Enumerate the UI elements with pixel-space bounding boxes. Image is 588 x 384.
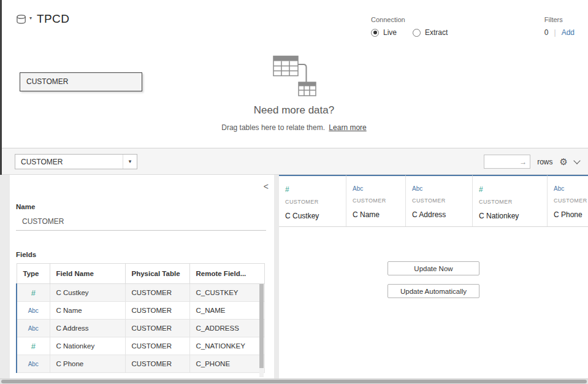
canvas-table-chip[interactable]: CUSTOMER	[20, 72, 142, 91]
filters-section: Filters 0 | Add	[544, 16, 575, 37]
connection-label: Connection	[371, 16, 448, 23]
data-source-title[interactable]: TPCD	[37, 12, 69, 26]
connection-section: Connection Live Extract	[371, 16, 448, 37]
grid-column-header-c-nationkey[interactable]: # CUSTOMER C Nationkey	[473, 175, 548, 226]
rows-limit-box: →	[484, 155, 530, 169]
radio-live-icon	[371, 29, 379, 37]
field-type-icon: Abc	[17, 302, 50, 320]
remote-field-cell: C_NAME	[189, 302, 264, 320]
column-field-name: C Address	[412, 210, 466, 219]
field-type-icon: Abc	[17, 320, 50, 337]
grid-body: Update Now Update Automatically	[279, 227, 588, 298]
radio-extract-label: Extract	[425, 28, 448, 37]
physical-table-cell: CUSTOMER	[125, 320, 189, 337]
radio-extract-icon	[413, 29, 421, 37]
filters-row: 0 | Add	[544, 28, 575, 37]
fields-header-type[interactable]: Type	[17, 264, 50, 284]
empty-state-subtitle-text: Drag tables here to relate them.	[221, 123, 325, 132]
top-bar: ▾ TPCD Connection Live Extract Filters 0…	[0, 0, 588, 43]
main-area: < Name CUSTOMER Fields Type Field Name P…	[0, 175, 588, 378]
caret-down-icon: ▾	[123, 155, 137, 169]
empty-state-title: Need more data?	[254, 104, 334, 117]
name-label: Name	[16, 203, 35, 210]
field-name-cell: C Address	[50, 320, 125, 337]
scrollbar-thumb[interactable]	[259, 284, 264, 368]
scrollbar-thumb[interactable]	[1, 380, 587, 383]
fields-header-field-name[interactable]: Field Name	[50, 264, 125, 284]
canvas-empty-state: Need more data? Drag tables here to rela…	[0, 43, 588, 148]
field-type-icon: Abc	[17, 355, 50, 373]
column-table-name: CUSTOMER	[479, 199, 541, 205]
column-table-name: CUSTOMER	[353, 198, 399, 204]
fields-header-row: Type Field Name Physical Table Remote Fi…	[17, 264, 264, 284]
learn-more-link[interactable]: Learn more	[329, 123, 366, 132]
field-row[interactable]: # C Nationkey CUSTOMER C_NATIONKEY	[17, 337, 264, 355]
column-field-name: C Name	[353, 210, 399, 219]
radio-live-label: Live	[383, 28, 397, 37]
column-table-name: CUSTOMER	[554, 198, 588, 204]
grid-column-header-c-custkey[interactable]: # CUSTOMER C Custkey	[279, 175, 346, 226]
column-type-icon: Abc	[412, 186, 466, 192]
filters-label: Filters	[544, 16, 575, 23]
physical-table-cell: CUSTOMER	[125, 284, 189, 302]
physical-table-cell: CUSTOMER	[125, 355, 189, 373]
rows-controls: → rows ⚙	[484, 154, 579, 169]
filters-separator: |	[554, 28, 556, 37]
field-row[interactable]: Abc C Phone CUSTOMER C_PHONE	[17, 355, 264, 373]
radio-extract[interactable]: Extract	[413, 28, 448, 37]
name-underline	[16, 230, 266, 231]
column-type-icon: #	[479, 186, 541, 193]
physical-table-cell: CUSTOMER	[125, 337, 189, 355]
column-table-name: CUSTOMER	[285, 199, 340, 205]
name-value[interactable]: CUSTOMER	[22, 217, 64, 226]
column-field-name: C Custkey	[285, 212, 340, 220]
connection-options: Live Extract	[371, 28, 448, 37]
chevron-down-icon[interactable]	[573, 157, 580, 164]
metadata-panel: < Name CUSTOMER Fields Type Field Name P…	[10, 175, 274, 378]
gear-icon[interactable]: ⚙	[560, 157, 568, 166]
table-toolbar: CUSTOMER ▾ → rows ⚙	[0, 148, 588, 175]
filters-add-link[interactable]: Add	[562, 28, 575, 37]
radio-live[interactable]: Live	[371, 28, 397, 37]
grid-header-row: # CUSTOMER C Custkey Abc CUSTOMER C Name…	[279, 175, 588, 227]
left-pane-edge	[0, 0, 2, 175]
column-field-name: C Phone	[554, 210, 588, 219]
horizontal-scrollbar[interactable]	[0, 378, 588, 384]
physical-table-cell: CUSTOMER	[125, 302, 189, 320]
fields-label: Fields	[16, 251, 36, 258]
column-field-name: C Nationkey	[479, 212, 541, 220]
fields-vertical-scrollbar[interactable]	[259, 284, 264, 377]
update-automatically-button[interactable]: Update Automatically	[388, 284, 479, 298]
field-row[interactable]: Abc C Name CUSTOMER C_NAME	[17, 302, 264, 320]
remote-field-cell: C_CUSTKEY	[189, 284, 264, 302]
data-source-menu-button[interactable]: ▾	[16, 14, 32, 26]
grid-column-header-c-phone[interactable]: Abc CUSTOMER C Phone	[548, 175, 588, 226]
column-type-icon: Abc	[353, 186, 399, 192]
grid-column-header-c-address[interactable]: Abc CUSTOMER C Address	[406, 175, 473, 226]
field-row[interactable]: Abc C Address CUSTOMER C_ADDRESS	[17, 320, 264, 337]
field-row[interactable]: # C Custkey CUSTOMER C_CUSTKEY	[17, 284, 264, 302]
column-type-icon: Abc	[554, 186, 588, 192]
tables-illustration-icon	[265, 55, 324, 97]
remote-field-cell: C_NATIONKEY	[189, 337, 264, 355]
grid-column-header-c-name[interactable]: Abc CUSTOMER C Name	[346, 175, 406, 226]
field-type-icon: #	[17, 284, 50, 302]
field-name-cell: C Custkey	[50, 284, 125, 302]
column-table-name: CUSTOMER	[412, 198, 466, 204]
fields-header-remote-field[interactable]: Remote Field...	[189, 264, 264, 284]
field-name-cell: C Nationkey	[50, 337, 125, 355]
fields-header-physical-table[interactable]: Physical Table	[125, 264, 189, 284]
rows-label: rows	[537, 158, 552, 166]
table-selector-value: CUSTOMER	[15, 158, 123, 166]
table-selector-dropdown[interactable]: CUSTOMER ▾	[15, 154, 137, 169]
empty-state-subtitle: Drag tables here to relate them. Learn m…	[221, 123, 366, 132]
fields-table: Type Field Name Physical Table Remote Fi…	[16, 263, 265, 373]
column-type-icon: #	[285, 186, 340, 193]
rows-input[interactable]	[484, 155, 519, 168]
arrow-right-icon: →	[519, 158, 530, 166]
remote-field-cell: C_PHONE	[189, 355, 264, 373]
update-now-button[interactable]: Update Now	[388, 261, 479, 275]
relationship-canvas[interactable]: CUSTOMER Need more data? Drag t	[0, 43, 588, 148]
caret-down-icon: ▾	[29, 15, 32, 21]
collapse-panel-button[interactable]: <	[264, 182, 269, 191]
